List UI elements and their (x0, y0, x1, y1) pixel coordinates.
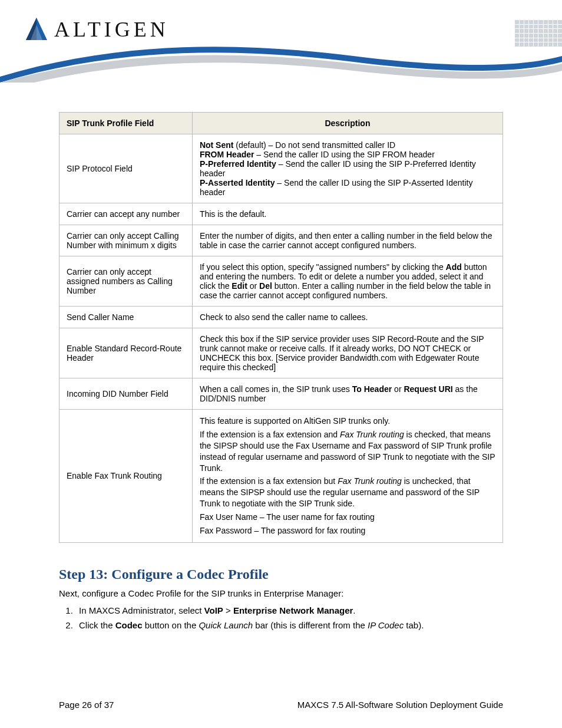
table-cell-field: Incoming DID Number Field (59, 378, 193, 410)
sip-trunk-profile-table: SIP Trunk Profile Field Description SIP … (59, 112, 503, 543)
table-cell-field: Enable Fax Trunk Routing (59, 410, 193, 543)
table-row: Enable Fax Trunk RoutingThis feature is … (59, 410, 503, 543)
table-row: Carrier can accept any numberThis is the… (59, 203, 503, 225)
list-item: Click the Codec button on the Quick Laun… (75, 620, 503, 630)
table-cell-field: SIP Protocol Field (59, 134, 193, 203)
table-row: Carrier can only accept assigned numbers… (59, 256, 503, 307)
table-cell-field: Enable Standard Record-Route Header (59, 328, 193, 378)
table-cell-description: This feature is supported on AltiGen SIP… (192, 410, 503, 543)
header-swoosh-icon (0, 35, 562, 83)
table-row: Incoming DID Number FieldWhen a call com… (59, 378, 503, 410)
table-cell-description: Not Sent (default) – Do not send transmi… (192, 134, 503, 203)
table-row: Send Caller NameCheck to also send the c… (59, 307, 503, 328)
table-cell-field: Carrier can accept any number (59, 203, 193, 225)
table-row: SIP Protocol FieldNot Sent (default) – D… (59, 134, 503, 203)
table-row: Enable Standard Record-Route HeaderCheck… (59, 328, 503, 378)
table-header-description: Description (192, 113, 503, 134)
page-header: ALTIGEN (0, 0, 562, 83)
table-cell-field: Carrier can only accept assigned numbers… (59, 256, 193, 307)
table-cell-description: This is the default. (192, 203, 503, 225)
page-number: Page 26 of 37 (59, 700, 114, 710)
table-row: Carrier can only accept Calling Number w… (59, 225, 503, 256)
table-cell-description: When a call comes in, the SIP trunk uses… (192, 378, 503, 410)
table-cell-field: Send Caller Name (59, 307, 193, 328)
table-cell-description: Check to also send the caller name to ca… (192, 307, 503, 328)
table-header-field: SIP Trunk Profile Field (59, 113, 193, 134)
section-intro: Next, configure a Codec Profile for the … (59, 588, 503, 598)
document-title: MAXCS 7.5 All-Software Solution Deployme… (297, 700, 503, 710)
table-cell-description: If you select this option, specify "assi… (192, 256, 503, 307)
table-cell-description: Check this box if the SIP service provid… (192, 328, 503, 378)
table-cell-description: Enter the number of digits, and then ent… (192, 225, 503, 256)
section-steps: In MAXCS Administrator, select VoIP > En… (75, 605, 503, 630)
table-cell-field: Carrier can only accept Calling Number w… (59, 225, 193, 256)
list-item: In MAXCS Administrator, select VoIP > En… (75, 605, 503, 615)
section-heading: Step 13: Configure a Codec Profile (59, 566, 503, 582)
page-footer: Page 26 of 37 MAXCS 7.5 All-Software Sol… (0, 658, 562, 728)
